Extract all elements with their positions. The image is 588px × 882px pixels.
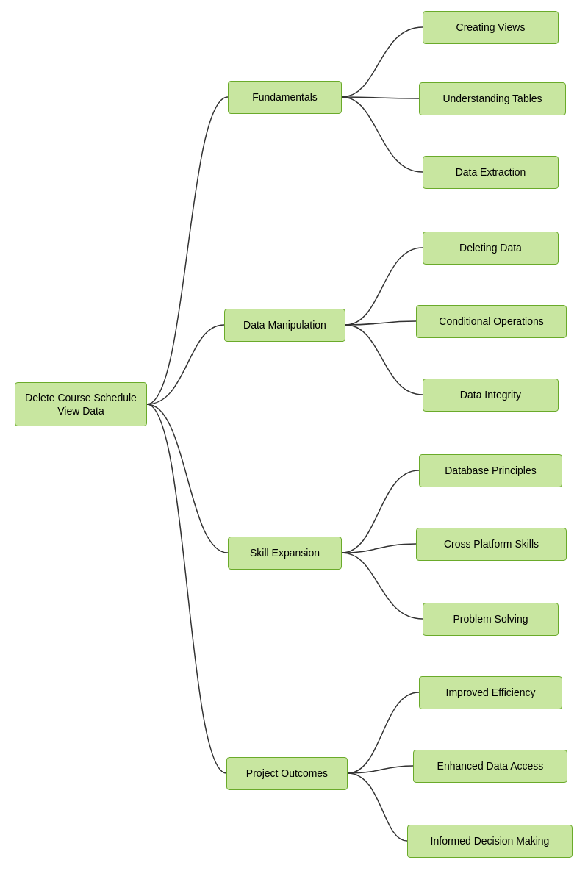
diagram-container: Delete Course Schedule View Data Fundame… <box>0 0 588 882</box>
informed-decision-node: Informed Decision Making <box>407 825 573 858</box>
understanding-tables-node: Understanding Tables <box>419 82 566 115</box>
problem-solving-node: Problem Solving <box>423 603 559 636</box>
skill-expansion-node: Skill Expansion <box>228 537 342 570</box>
fundamentals-node: Fundamentals <box>228 81 342 114</box>
project-outcomes-node: Project Outcomes <box>226 757 348 790</box>
data-manipulation-node: Data Manipulation <box>224 309 345 342</box>
enhanced-data-access-node: Enhanced Data Access <box>413 750 567 783</box>
deleting-data-node: Deleting Data <box>423 232 559 265</box>
creating-views-node: Creating Views <box>423 11 559 44</box>
data-integrity-node: Data Integrity <box>423 379 559 412</box>
improved-efficiency-node: Improved Efficiency <box>419 676 562 709</box>
data-extraction-node: Data Extraction <box>423 156 559 189</box>
conditional-operations-node: Conditional Operations <box>416 305 567 338</box>
database-principles-node: Database Principles <box>419 454 562 487</box>
root-node: Delete Course Schedule View Data <box>15 382 147 426</box>
cross-platform-skills-node: Cross Platform Skills <box>416 528 567 561</box>
